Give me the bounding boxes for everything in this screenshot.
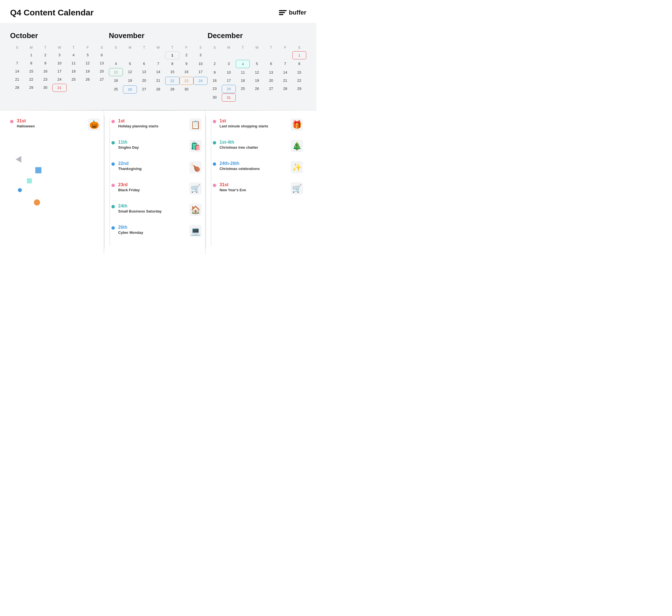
event-name: Black Friday [118, 188, 187, 192]
header: Q4 Content Calendar buffer [0, 0, 316, 23]
event-emoji: 🎃 [88, 118, 100, 131]
cyber-monday-event: 26th Cyber Monday 💻 [111, 225, 202, 237]
events-section: 31st Halloween 🎃 1st Holiday planning st… [0, 111, 316, 254]
decorative-shapes [10, 148, 100, 232]
event-date: 24th-26th [220, 161, 288, 166]
event-name: Cyber Monday [118, 230, 187, 235]
event-date: 1st [118, 118, 187, 123]
event-date: 1st [220, 118, 288, 123]
event-content: 26th Cyber Monday [118, 225, 187, 235]
halloween-event: 31st Halloween 🎃 [10, 118, 100, 131]
november-events: 1st Holiday planning starts 📋 11th Singl… [105, 111, 206, 254]
event-name: New Year's Eve [220, 188, 288, 192]
november-grid: S M T W T F S 1 2 3 4 5 6 7 8 9 10 11 12 [109, 45, 208, 94]
event-emoji: 🛒 [189, 182, 202, 195]
event-emoji: 🏠 [189, 204, 202, 216]
singles-day-event: 11th Singles Day 🛍️ [111, 140, 202, 152]
december-grid: S M T W T F S 1 2 3 4 5 6 7 8 9 10 [207, 45, 306, 102]
event-emoji: 📋 [189, 118, 202, 131]
event-dot [111, 141, 115, 144]
christmas-celebrations-event: 24th-26th Christmas celebrations ✨ [213, 161, 303, 173]
event-content: 24th-26th Christmas celebrations [220, 161, 288, 171]
event-date: 31st [17, 118, 86, 123]
december-calendar: December S M T W T F S 1 2 3 4 5 6 7 8 [207, 31, 306, 102]
blue-square-shape [35, 167, 41, 173]
black-friday-event: 23rd Black Friday 🛒 [111, 182, 202, 195]
october-events: 31st Halloween 🎃 [10, 111, 104, 254]
blue-dot-shape [18, 188, 22, 192]
event-date: 23rd [118, 182, 187, 187]
event-date: 11th [118, 140, 187, 145]
december-events: 1st Last minute shopping starts 🎁 1st-4t… [206, 111, 306, 254]
last-minute-shopping-event: 1st Last minute shopping starts 🎁 [213, 118, 303, 131]
november-calendar: November S M T W T F S 1 2 3 4 5 6 7 8 9… [109, 31, 208, 102]
event-dot [111, 162, 115, 166]
event-emoji: 🍗 [189, 161, 202, 173]
buffer-icon [279, 10, 287, 15]
event-content: 31st Halloween [17, 118, 86, 128]
event-content: 11th Singles Day [118, 140, 187, 150]
event-content: 31st New Year's Eve [220, 182, 288, 192]
event-content: 22nd Thanksgiving [118, 161, 187, 171]
event-dot [111, 226, 115, 230]
event-dot [111, 205, 115, 208]
event-dot [213, 184, 216, 187]
event-content: 1st-4th Christmas tree chatter [220, 140, 288, 150]
christmas-tree-event: 1st-4th Christmas tree chatter 🎄 [213, 140, 303, 152]
page-title: Q4 Content Calendar [10, 8, 94, 17]
event-dot [111, 184, 115, 187]
timeline-line-dec [211, 118, 211, 246]
event-date: 1st-4th [220, 140, 288, 145]
event-name: Christmas celebrations [220, 167, 288, 171]
event-name: Thanksgiving [118, 167, 187, 171]
event-date: 31st [220, 182, 288, 187]
event-content: 23rd Black Friday [118, 182, 187, 192]
triangle-shape [16, 156, 21, 163]
event-name: Small Business Saturday [118, 209, 187, 213]
teal-square-shape [27, 178, 32, 183]
event-emoji: 🛍️ [189, 140, 202, 152]
event-name: Christmas tree chatter [220, 145, 288, 150]
event-emoji: 💻 [189, 225, 202, 237]
event-date: 26th [118, 225, 187, 230]
event-name: Singles Day [118, 145, 187, 150]
orange-dot-shape [34, 199, 40, 206]
timeline-line [109, 118, 110, 246]
october-title: October [10, 31, 109, 40]
event-name: Last minute shopping starts [220, 124, 288, 128]
event-dot [213, 162, 216, 166]
small-business-event: 24th Small Business Saturday 🏠 [111, 204, 202, 216]
buffer-logo-text: buffer [289, 9, 306, 16]
buffer-logo: buffer [279, 9, 306, 16]
thanksgiving-event: 22nd Thanksgiving 🍗 [111, 161, 202, 173]
event-content: 1st Last minute shopping starts [220, 118, 288, 128]
calendar-section: October S M T W T F S 1 2 3 4 5 6 7 8 9 … [0, 23, 316, 110]
event-dot [111, 120, 115, 123]
holiday-planning-event: 1st Holiday planning starts 📋 [111, 118, 202, 131]
event-emoji: 🛒 [291, 182, 303, 195]
event-emoji: ✨ [291, 161, 303, 173]
event-emoji: 🎄 [291, 140, 303, 152]
event-name: Holiday planning starts [118, 124, 187, 128]
event-dot [213, 141, 216, 144]
event-content: 24th Small Business Saturday [118, 204, 187, 213]
event-dot [213, 120, 216, 123]
december-title: December [207, 31, 306, 40]
new-years-eve-event: 31st New Year's Eve 🛒 [213, 182, 303, 195]
event-name: Halloween [17, 124, 86, 128]
october-calendar: October S M T W T F S 1 2 3 4 5 6 7 8 9 … [10, 31, 109, 102]
event-dot [10, 120, 13, 123]
event-date: 24th [118, 204, 187, 209]
november-title: November [109, 31, 208, 40]
event-date: 22nd [118, 161, 187, 166]
event-content: 1st Holiday planning starts [118, 118, 187, 128]
event-emoji: 🎁 [291, 118, 303, 131]
october-grid: S M T W T F S 1 2 3 4 5 6 7 8 9 10 11 12… [10, 45, 109, 92]
